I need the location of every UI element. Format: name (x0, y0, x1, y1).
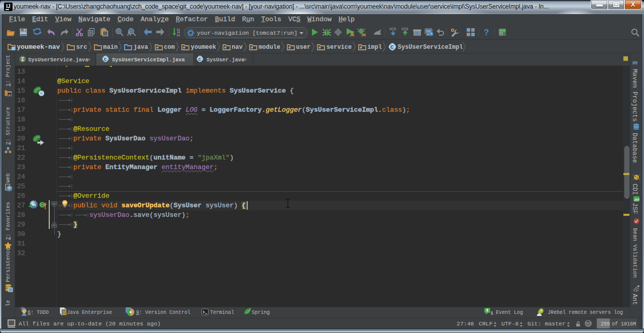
svg-text:JR: JR (361, 33, 366, 37)
svg-text:VCS: VCS (401, 27, 408, 31)
svg-text:?: ? (484, 28, 489, 37)
svg-text:01: 01 (177, 34, 180, 37)
svg-text:m: m (632, 58, 637, 66)
svg-text:C: C (198, 57, 201, 62)
svg-text:JSF: JSF (634, 198, 639, 201)
svg-text:VCS: VCS (389, 27, 396, 31)
svg-text:C: C (391, 44, 394, 50)
svg-text:C: C (104, 57, 107, 62)
svg-text:1: 1 (491, 311, 494, 316)
svg-text:JR: JR (350, 33, 354, 37)
